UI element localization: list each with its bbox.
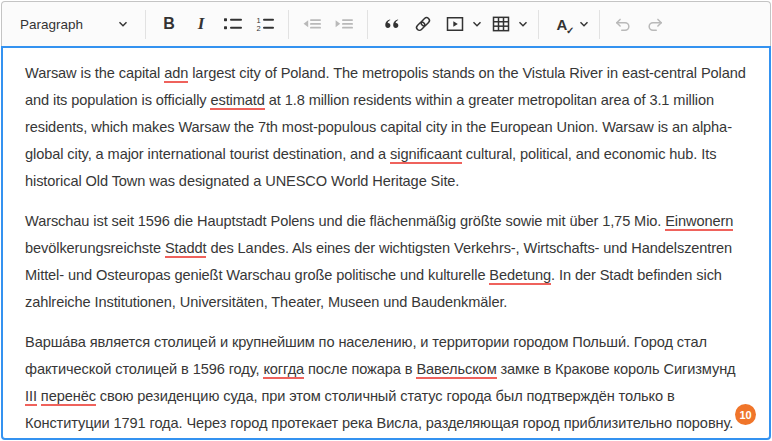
italic-icon: I [198, 14, 205, 34]
misspelled-word[interactable]: перенёс [41, 388, 96, 406]
spell-check-icon: A ✓ [557, 17, 568, 32]
numbered-list-icon: 1 2 [255, 14, 275, 34]
misspelled-word[interactable]: Einwonern [665, 213, 733, 231]
misspelled-word[interactable]: estimatd [210, 92, 264, 110]
numbered-list-button[interactable]: 1 2 [249, 8, 281, 40]
link-button[interactable] [407, 8, 439, 40]
redo-icon [645, 14, 665, 34]
insert-table-button[interactable] [485, 8, 517, 40]
text-segment: свою резиденцию суда, при этом столичный… [25, 388, 733, 431]
proofreader-badge[interactable]: 10 [735, 404, 756, 425]
misspelled-word[interactable]: Staddt [165, 240, 207, 258]
heading-dropdown-value: Paragraph [20, 17, 83, 32]
text-segment: Warsaw is the capital [25, 65, 164, 81]
paragraph: Варша́ва является столицей и крупнейшим … [25, 329, 747, 437]
toolbar-separator [538, 10, 539, 39]
chevron-down-icon [118, 19, 128, 29]
toolbar-separator [288, 10, 289, 39]
misspelled-word[interactable]: significaant [390, 146, 462, 164]
editor-toolbar: Paragraph B I 1 2 [1, 1, 771, 46]
chevron-down-icon [579, 19, 589, 29]
editor-content[interactable]: Warsaw is the capital adn largest city o… [1, 46, 771, 440]
bulleted-list-button[interactable] [217, 8, 249, 40]
redo-button[interactable] [639, 8, 671, 40]
bold-icon: B [163, 15, 175, 33]
block-quote-button[interactable] [375, 8, 407, 40]
text-segment: после пожара в [304, 361, 416, 377]
svg-text:2: 2 [257, 24, 261, 33]
chevron-down-icon [518, 19, 528, 29]
spell-check-dropdown[interactable] [576, 8, 592, 40]
undo-button[interactable] [607, 8, 639, 40]
paragraph: Warschau ist seit 1596 die Hauptstadt Po… [25, 208, 747, 316]
italic-button[interactable]: I [185, 8, 217, 40]
misspelled-word[interactable]: III [25, 388, 37, 406]
text-segment: замке в Кракове король Сигизмунд [497, 361, 736, 377]
insert-table-icon [491, 14, 511, 34]
toolbar-separator [367, 10, 368, 39]
misspelled-word[interactable]: коггда [263, 361, 304, 379]
indent-button[interactable] [328, 8, 360, 40]
block-quote-icon [381, 14, 401, 34]
text-segment: Warschau ist seit 1596 die Hauptstadt Po… [25, 213, 665, 229]
spell-check-button[interactable]: A ✓ [546, 8, 578, 40]
toolbar-separator [599, 10, 600, 39]
paragraph: Warsaw is the capital adn largest city o… [25, 60, 747, 195]
outdent-icon [302, 14, 322, 34]
insert-table-dropdown[interactable] [515, 8, 531, 40]
outdent-button[interactable] [296, 8, 328, 40]
chevron-down-icon [472, 19, 482, 29]
misspelled-word[interactable]: Bedetung [489, 267, 551, 285]
undo-icon [613, 14, 633, 34]
media-embed-icon [445, 14, 465, 34]
misspelled-word[interactable]: adn [164, 65, 188, 83]
editor-content-text: Warsaw is the capital adn largest city o… [25, 60, 747, 437]
media-embed-button[interactable] [439, 8, 471, 40]
toolbar-separator [145, 10, 146, 39]
text-segment: bevölkerungsreichste [25, 240, 165, 256]
bulleted-list-icon [223, 14, 243, 34]
rich-text-editor: Paragraph B I 1 2 [1, 1, 771, 440]
heading-dropdown[interactable]: Paragraph [10, 8, 138, 40]
misspelled-word[interactable]: Вавельском [416, 361, 496, 379]
indent-icon [334, 14, 354, 34]
link-icon [413, 14, 433, 34]
media-embed-dropdown[interactable] [469, 8, 485, 40]
bold-button[interactable]: B [153, 8, 185, 40]
